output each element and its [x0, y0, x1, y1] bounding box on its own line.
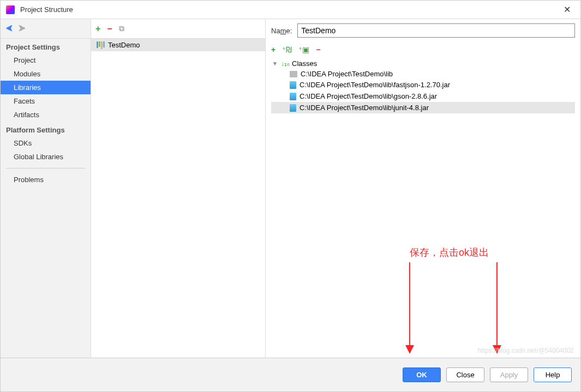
add-framework-icon[interactable]: ⁺₪: [282, 45, 292, 54]
folder-icon: [290, 71, 297, 77]
jar-icon: [290, 93, 296, 100]
add-class-icon[interactable]: +: [271, 45, 275, 54]
annotation-arrow-icon: [404, 262, 415, 355]
tree-root-row[interactable]: ▼ ↓₁₀ Classes: [271, 58, 575, 69]
nav-libraries[interactable]: Libraries: [1, 81, 91, 94]
annotation-arrow-icon: [492, 262, 502, 355]
name-label: Name:: [271, 27, 292, 35]
title-bar: Project Structure ✕: [1, 1, 580, 19]
classes-tree: ▼ ↓₁₀ Classes C:\IDEA Project\TestDemo\l…: [271, 58, 575, 113]
library-item-label: TestDemo: [108, 41, 140, 49]
forward-icon[interactable]: ⮞: [19, 25, 26, 33]
window-title: Project Structure: [20, 5, 559, 14]
section-project-settings: Project Settings: [1, 39, 91, 53]
tree-jar-row[interactable]: C:\IDEA Project\TestDemo\lib\gson-2.8.6.…: [271, 91, 575, 102]
tree-jar-label: C:\IDEA Project\TestDemo\lib\junit-4.8.j…: [300, 104, 429, 112]
back-icon[interactable]: ⮜: [6, 25, 13, 33]
classes-toolbar: + ⁺₪ ⁺▣ −: [271, 43, 575, 56]
annotation-text: 保存，点击ok退出: [410, 246, 489, 259]
divider: [6, 168, 85, 168]
close-icon[interactable]: ✕: [559, 3, 575, 16]
library-list-panel: + − ⧉ TestDemo: [91, 19, 266, 358]
app-icon: [6, 5, 15, 14]
add-exclude-icon[interactable]: ⁺▣: [298, 45, 309, 54]
library-icon: [97, 41, 105, 49]
nav-project[interactable]: Project: [1, 53, 91, 67]
name-row: Name:: [271, 23, 575, 38]
add-icon[interactable]: +: [95, 24, 100, 34]
nav-history: ⮜ ⮞: [1, 19, 91, 39]
tree-jar-label: C:\IDEA Project\TestDemo\lib\gson-2.8.6.…: [300, 92, 437, 100]
tree-jar-row[interactable]: C:\IDEA Project\TestDemo\lib\fastjson-1.…: [271, 79, 575, 91]
nav-artifacts[interactable]: Artifacts: [1, 108, 91, 122]
library-toolbar: + − ⧉: [91, 19, 265, 39]
nav-modules[interactable]: Modules: [1, 67, 91, 81]
jar-icon: [290, 104, 296, 112]
copy-icon[interactable]: ⧉: [119, 24, 124, 33]
ok-button[interactable]: OK: [403, 367, 441, 382]
help-button[interactable]: Help: [534, 367, 572, 382]
remove-icon[interactable]: −: [107, 24, 112, 34]
nav-sdks[interactable]: SDKs: [1, 136, 91, 150]
watermark: https://blog.csdn.net/@54004002: [478, 347, 574, 354]
tree-folder-row[interactable]: C:\IDEA Project\TestDemo\lib: [271, 69, 575, 79]
sidebar: ⮜ ⮞ Project Settings Project Modules Lib…: [1, 19, 91, 358]
nav-problems[interactable]: Problems: [1, 173, 91, 186]
expand-icon[interactable]: ▼: [271, 61, 279, 67]
jar-icon: [290, 81, 296, 89]
library-list: TestDemo: [91, 39, 265, 358]
remove-class-icon[interactable]: −: [316, 45, 320, 54]
section-platform-settings: Platform Settings: [1, 122, 91, 136]
tree-jar-row[interactable]: C:\IDEA Project\TestDemo\lib\junit-4.8.j…: [271, 102, 575, 113]
nav-facets[interactable]: Facets: [1, 94, 91, 108]
name-input[interactable]: [297, 23, 575, 38]
close-button[interactable]: Close: [446, 367, 484, 382]
tree-folder-label: C:\IDEA Project\TestDemo\lib: [301, 70, 393, 78]
apply-button[interactable]: Apply: [490, 367, 528, 382]
dialog-footer: OK Close Apply Help: [1, 358, 580, 391]
detail-panel: Name: + ⁺₪ ⁺▣ − ▼ ↓₁₀ Classes C:\IDEA Pr…: [266, 19, 580, 358]
nav-global-libraries[interactable]: Global Libraries: [1, 150, 91, 164]
classes-icon: ↓₁₀: [281, 60, 290, 68]
library-item[interactable]: TestDemo: [91, 39, 265, 51]
tree-root-label: Classes: [292, 59, 317, 68]
tree-jar-label: C:\IDEA Project\TestDemo\lib\fastjson-1.…: [300, 81, 450, 89]
